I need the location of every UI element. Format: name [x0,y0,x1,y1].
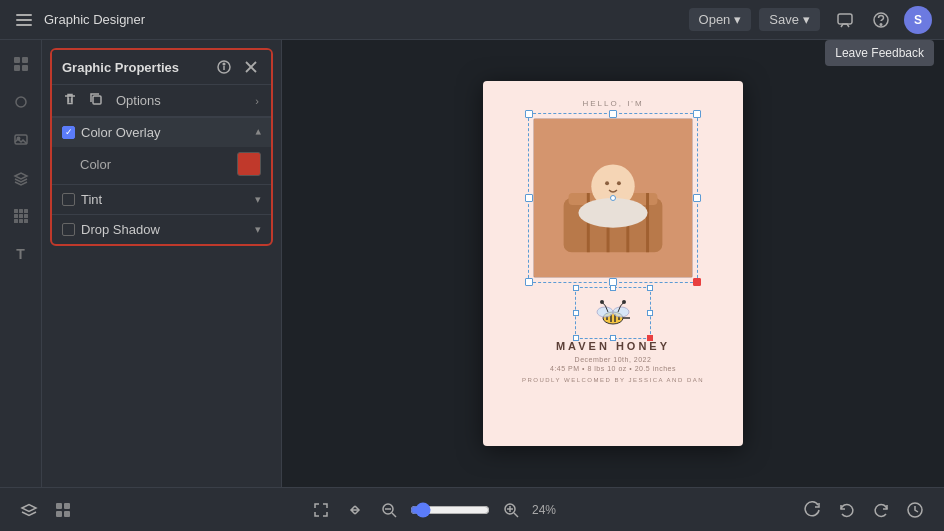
sidebar-item-layers[interactable] [5,162,37,194]
tint-header-left: Tint [62,192,102,207]
handle-bc[interactable] [609,278,617,286]
svg-point-5 [880,23,882,25]
svg-line-58 [514,513,518,517]
layers-view-button[interactable] [16,497,42,523]
sidebar-item-text[interactable]: T [5,238,37,270]
card-welcome: PROUDLY WELCOMED BY JESSICA AND DAN [522,377,704,383]
help-icon-button[interactable] [868,7,894,33]
topbar-left: Graphic Designer [12,8,677,32]
feedback-tooltip: Leave Feedback [825,40,934,66]
tint-chevron: ▾ [255,193,261,206]
photo-inner [534,119,692,277]
svg-rect-6 [14,57,20,63]
color-label: Color [80,157,111,172]
bee-area [578,290,648,336]
redo-button[interactable] [868,497,894,523]
topbar-right: S [832,6,932,34]
bottom-center: 24% [76,497,800,523]
svg-rect-20 [19,219,23,223]
tint-header[interactable]: Tint ▾ [52,185,271,214]
svg-rect-15 [24,209,28,213]
options-row[interactable]: Options › [112,93,263,108]
handle-bl[interactable] [525,278,533,286]
drop-shadow-section: Drop Shadow ▾ [52,214,271,244]
svg-rect-2 [16,24,32,26]
svg-rect-19 [14,219,18,223]
color-overlay-header[interactable]: Color Overlay ▾ [52,118,271,147]
fullscreen-button[interactable] [308,497,334,523]
color-overlay-header-left: Color Overlay [62,125,160,140]
sidebar-item-components[interactable] [5,200,37,232]
card-name: MAVEN HONEY [556,340,670,352]
canvas-area[interactable]: HELLO, I'M [282,40,944,487]
duplicate-button[interactable] [86,89,106,112]
fit-button[interactable] [342,497,368,523]
sidebar-item-shapes[interactable] [5,86,37,118]
options-chevron: › [255,95,259,107]
svg-rect-49 [64,503,70,509]
svg-point-36 [578,198,647,228]
svg-rect-17 [19,214,23,218]
svg-rect-13 [14,209,18,213]
color-row: Color [52,147,271,184]
sidebar-item-image[interactable] [5,124,37,156]
color-swatch[interactable] [237,152,261,176]
grid-view-button[interactable] [50,497,76,523]
card-stats: 4:45 PM • 8 lbs 10 oz • 20.5 inches [550,365,676,372]
history-button[interactable] [902,497,928,523]
panel-close-button[interactable] [241,59,261,75]
hamburger-button[interactable] [12,8,36,32]
svg-rect-8 [14,65,20,71]
delete-button[interactable] [60,89,80,112]
zoom-label: 24% [532,503,568,517]
svg-point-45 [613,307,629,317]
tint-label: Tint [81,192,102,207]
card-photo [534,119,692,277]
handle-ml[interactable] [525,194,533,202]
tint-checkbox[interactable] [62,193,75,206]
bottom-bar: 24% [0,487,944,531]
message-icon-button[interactable] [832,7,858,33]
handle-br[interactable] [693,278,701,286]
svg-rect-1 [16,19,32,21]
sidebar-item-grid[interactable] [5,48,37,80]
svg-point-47 [622,300,626,304]
svg-rect-16 [14,214,18,218]
drop-shadow-label: Drop Shadow [81,222,160,237]
svg-rect-51 [64,511,70,517]
avatar[interactable]: S [904,6,932,34]
open-button[interactable]: Open ▾ [689,8,752,31]
svg-point-24 [223,63,225,65]
drop-shadow-header[interactable]: Drop Shadow ▾ [52,215,271,244]
handle-mr[interactable] [693,194,701,202]
card-photo-container [533,118,693,278]
zoom-in-button[interactable] [498,497,524,523]
svg-point-44 [597,307,613,317]
handle-tr[interactable] [693,110,701,118]
bottom-left [16,497,76,523]
zoom-slider[interactable] [410,502,490,518]
color-overlay-checkbox[interactable] [62,126,75,139]
save-button[interactable]: Save ▾ [759,8,820,31]
panel-info-button[interactable] [213,58,235,76]
svg-point-38 [617,181,621,185]
zoom-out-button[interactable] [376,497,402,523]
svg-rect-14 [19,209,23,213]
app-title: Graphic Designer [44,12,145,27]
svg-rect-3 [838,14,852,24]
handle-tl[interactable] [525,110,533,118]
svg-rect-21 [24,219,28,223]
svg-rect-0 [16,14,32,16]
svg-point-37 [605,181,609,185]
undo-button[interactable] [834,497,860,523]
handle-tc[interactable] [609,110,617,118]
panel-toolbar: Options › [52,84,271,117]
drop-shadow-header-left: Drop Shadow [62,222,160,237]
card-hello: HELLO, I'M [582,99,643,108]
left-sidebar: T [0,40,42,487]
refresh-button[interactable] [800,497,826,523]
drop-shadow-checkbox[interactable] [62,223,75,236]
svg-line-54 [392,513,396,517]
drop-shadow-chevron: ▾ [255,223,261,236]
panel-header-left: Graphic Properties [62,60,179,75]
